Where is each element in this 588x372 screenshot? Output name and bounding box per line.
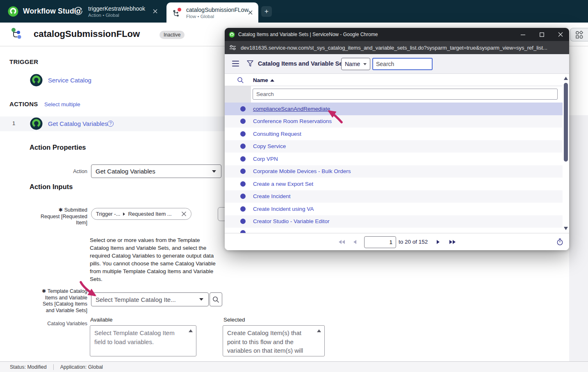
list-item[interactable]: Create a new Export Set <box>225 178 563 190</box>
service-catalog-icon <box>30 74 43 87</box>
application-scope-text: Application: Global <box>60 364 103 370</box>
last-page-icon[interactable] <box>449 233 456 251</box>
popup-url-bar[interactable]: dev181635.service-now.com/st_sys_catalog… <box>225 41 569 54</box>
template-select-placeholder: Select Template Catalog Ite... <box>91 296 199 303</box>
record-dot-icon <box>240 106 246 112</box>
list-column-header: Name <box>225 74 563 86</box>
toolbar-search-input[interactable] <box>372 58 433 70</box>
first-page-icon[interactable] <box>339 233 345 251</box>
list-item[interactable]: Copy Service <box>225 140 563 153</box>
servicenow-favicon <box>229 32 235 38</box>
catalog-variables-label: Catalog Variables <box>39 321 87 327</box>
action-select[interactable]: Get Catalog Variables <box>91 164 221 178</box>
submitted-request-pill[interactable]: Trigger -... Requested Item ... <box>91 208 191 220</box>
action-field-label: Action <box>39 169 87 175</box>
selected-listbox[interactable]: Create Catalog Item(s) that point to thi… <box>223 325 325 356</box>
search-field-value: Name <box>342 61 363 67</box>
record-dot-icon <box>240 156 246 162</box>
tab-catalog-submission-flow[interactable]: catalogSubmissionFLow Flow • Global <box>166 2 258 23</box>
list-item[interactable]: Corporate Mobile Devices - Bulk Orders <box>225 165 563 178</box>
close-icon[interactable] <box>247 9 253 16</box>
previous-page-icon[interactable] <box>353 233 356 251</box>
available-listbox[interactable]: Select Template Catalog Item field to lo… <box>90 325 196 356</box>
app-title: Workflow Studio <box>23 7 81 16</box>
action-properties-heading: Action Properties <box>30 144 86 151</box>
trigger-service-catalog-link[interactable]: Service Catalog <box>48 77 91 84</box>
timer-icon[interactable] <box>556 238 563 246</box>
list-item-link[interactable]: Conference Room Reservations <box>253 118 332 124</box>
close-icon[interactable] <box>152 8 158 15</box>
page-number-input[interactable] <box>364 236 396 248</box>
help-icon[interactable]: ? <box>107 121 114 127</box>
template-catalog-items-select[interactable]: Select Template Catalog Ite... <box>91 292 209 306</box>
available-label: Available <box>90 317 113 323</box>
name-column-header[interactable]: Name <box>253 77 268 83</box>
list-item-link[interactable]: Create Incident using VA <box>253 206 314 212</box>
popup-list-title: Catalog Items and Variable Sets <box>258 60 348 67</box>
list-item[interactable]: complianceScanAndRemediate <box>225 103 563 115</box>
template-search-button[interactable] <box>210 292 222 306</box>
list-item-link[interactable]: Corporate Mobile Devices - Bulk Orders <box>253 168 351 174</box>
list-item[interactable]: Conference Room Reservations <box>225 115 563 128</box>
search-row-gutter <box>225 86 251 103</box>
list-item[interactable]: Create Incident using VA <box>225 203 563 215</box>
pill-requested-item-part: Requested Item ... <box>128 211 171 217</box>
remove-pill-icon[interactable] <box>181 211 187 217</box>
menu-icon[interactable] <box>232 61 239 68</box>
list-item[interactable]: Create Incident <box>225 190 563 203</box>
data-pill-picker-button[interactable] <box>218 207 225 221</box>
record-dot-icon <box>240 169 246 174</box>
record-dot-icon <box>240 206 246 212</box>
list-item-link[interactable]: Creator Studio - Variable Editor <box>253 218 330 224</box>
search-field-select[interactable]: Name <box>341 58 370 70</box>
list-item-link[interactable]: Copy Service <box>253 143 286 149</box>
pagination-range-text: to 20 of 152 <box>399 239 428 245</box>
scroll-down-icon[interactable] <box>564 227 568 230</box>
template-catalog-items-label: ✱ Template Catalog Items and Variable Se… <box>39 288 87 314</box>
select-multiple-link[interactable]: Select multiple <box>44 101 80 107</box>
app-brand: Workflow Studio <box>7 0 81 23</box>
right-panel-strip <box>569 115 588 361</box>
submitted-request-label: ✱ Submitted Request [Requested Item] <box>39 207 87 226</box>
action-get-catalog-variables-link[interactable]: Get Catalog Variables <box>48 120 108 127</box>
list-item-link[interactable]: Create a new Export Set <box>253 181 313 187</box>
tab-title: triggerKestraWebhook <box>88 5 145 12</box>
name-column-search-input[interactable] <box>253 89 558 100</box>
action-index: 1 <box>12 120 15 126</box>
sort-ascending-icon <box>270 79 274 82</box>
popup-list-toolbar: Catalog Items and Variable Sets Name <box>225 54 569 74</box>
list-item[interactable]: Creator Studio - Variable Editor <box>225 215 563 228</box>
list-item-link[interactable]: Corp VPN <box>253 156 278 162</box>
list-item-link[interactable]: Consulting Request <box>253 131 301 137</box>
popup-title-bar[interactable]: Catalog Items and Variable Sets | Servic… <box>225 28 569 41</box>
status-divider <box>53 364 54 370</box>
close-icon[interactable] <box>554 28 567 41</box>
list-item[interactable]: Consulting Request <box>225 128 563 140</box>
list-item-link[interactable]: complianceScanAndRemediate <box>253 106 330 112</box>
search-icon[interactable] <box>237 77 244 84</box>
components-panel-button[interactable] <box>570 28 588 41</box>
available-listbox-text: Select Template Catalog Item field to lo… <box>94 329 175 345</box>
tab-trigger-kestra-webhook[interactable]: triggerKestraWebhook Action • Global <box>74 0 163 23</box>
record-dot-icon <box>240 219 246 224</box>
list-item[interactable]: Corp VPN <box>225 153 563 165</box>
new-tab-button[interactable]: + <box>261 6 272 17</box>
list-scrollbar[interactable] <box>563 74 569 233</box>
status-badge: Inactive <box>160 31 185 39</box>
popup-window-title: Catalog Items and Variable Sets | Servic… <box>238 32 378 37</box>
tab-subtitle: Flow • Global <box>186 14 248 19</box>
chevron-down-icon <box>212 170 216 173</box>
shapes-icon <box>575 31 583 39</box>
next-page-icon[interactable] <box>437 233 440 251</box>
scrollbar-thumb[interactable] <box>564 83 568 162</box>
record-dot-icon <box>240 230 246 233</box>
maximize-icon[interactable] <box>536 28 548 41</box>
action-circle-arrow-icon <box>74 7 83 16</box>
action-inputs-heading: Action Inputs <box>30 183 73 191</box>
actions-heading: ACTIONS <box>9 100 38 107</box>
scroll-up-icon <box>189 329 193 332</box>
filter-icon[interactable] <box>246 60 254 67</box>
minimize-icon[interactable] <box>517 28 529 41</box>
list-item-link[interactable]: Create Incident <box>253 193 291 199</box>
scroll-up-icon[interactable] <box>564 77 568 80</box>
